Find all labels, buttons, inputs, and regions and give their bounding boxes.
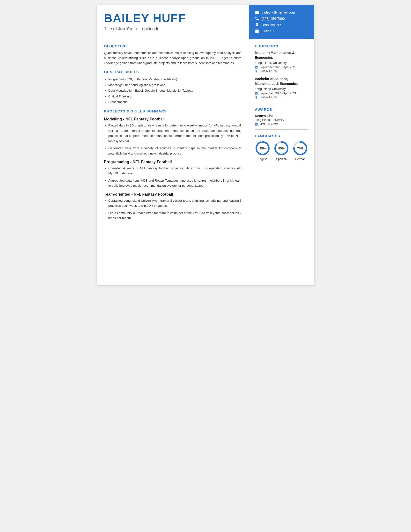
edu-dates-text: September 2021 - April 2023 xyxy=(259,66,296,69)
project-bullet: Plotted data in 2D graph to view results… xyxy=(108,123,242,144)
language-item: 95% English xyxy=(255,141,270,161)
edu-dates-text: September 2017 - April 2021 xyxy=(259,92,296,95)
candidate-name: BAILEY HUFF xyxy=(104,12,242,25)
objective-text: Quantitatively driven mathematics and ec… xyxy=(104,50,242,66)
language-name: Spanish xyxy=(276,157,287,161)
phone-value: (123) 456-7890 xyxy=(262,17,285,20)
location-icon xyxy=(255,70,258,73)
left-column: OBJECTIVE Quantitatively driven mathemat… xyxy=(97,44,249,281)
skill-item: Modeling: Linear and logistic regression… xyxy=(108,82,242,88)
projects-title: PROJECTS & SKILLS SUMMARY xyxy=(104,109,242,113)
project-bullet: Captained Long Island University's intra… xyxy=(108,198,242,209)
location-icon xyxy=(255,96,258,99)
skill-item: Critical Thinking xyxy=(108,94,242,99)
contact-panel: baileyhuff@email.com (123) 456-7890 Broo… xyxy=(249,5,314,39)
divider-2 xyxy=(255,129,308,130)
awards-container: Dean's List Long Island, University MONT… xyxy=(255,114,308,126)
language-item: 85% Spanish xyxy=(274,141,289,161)
project-title: Programming - NFL Fantasy Football xyxy=(104,160,242,164)
awards-title: AWARDS xyxy=(255,107,308,112)
contact-linkedin[interactable]: LinkedIn xyxy=(255,29,308,33)
language-percent: 75% xyxy=(297,147,303,150)
project-bullet: Generated data from a variety of sources… xyxy=(108,146,242,156)
resume-container: BAILEY HUFF Title of Job You're Looking … xyxy=(97,5,314,285)
location-value: Brooklyn, NY xyxy=(262,23,281,27)
calendar-icon xyxy=(255,92,258,95)
award-school: Long Island, University xyxy=(255,118,308,122)
skill-item: Data Visualization: Excel, Google Sheets… xyxy=(108,88,242,93)
right-column: EDUCATION Master in Mathematics & Econom… xyxy=(249,44,314,281)
language-percent: 85% xyxy=(278,147,285,150)
project-title: Team-oriented - NFL Fantasy Football xyxy=(104,192,242,197)
projects-container: Modelling - NFL Fantasy FootballPlotted … xyxy=(104,117,242,220)
languages-container: 95% English 85% Spanish 75% German xyxy=(255,141,308,161)
education-block: Bachelor of Science, Mathematics & Econo… xyxy=(255,77,308,99)
edu-degree: Bachelor of Science, Mathematics & Econo… xyxy=(255,77,308,86)
calendar-icon xyxy=(255,66,258,69)
linkedin-link[interactable]: LinkedIn xyxy=(262,29,274,33)
skill-item: Programming: SQL, Python (Pandas, scikit… xyxy=(108,76,242,82)
skill-item: Presentations xyxy=(108,99,242,105)
edu-school: Long Island, University xyxy=(255,61,308,65)
skills-title: GENERAL SKILLS xyxy=(104,70,242,74)
contact-location: Brooklyn, NY xyxy=(255,23,308,27)
project-bullets: Compiled 4 years of NFL fantasy football… xyxy=(104,166,242,188)
edu-dates: September 2017 - April 2021 xyxy=(255,92,308,95)
calendar-icon xyxy=(255,123,258,126)
contact-phone: (123) 456-7890 xyxy=(255,17,308,21)
email-value: baileyhuff@email.com xyxy=(262,10,295,14)
main-body: OBJECTIVE Quantitatively driven mathemat… xyxy=(97,39,314,285)
project-bullet: Compiled 4 years of NFL fantasy football… xyxy=(108,166,242,176)
divider-1 xyxy=(255,103,308,103)
award-block: Dean's List Long Island, University MONT… xyxy=(255,114,308,126)
objective-title: OBJECTIVE xyxy=(104,44,242,48)
language-circle: 85% xyxy=(274,141,289,156)
project-bullets: Captained Long Island University's intra… xyxy=(104,198,242,221)
project-bullets: Plotted data in 2D graph to view results… xyxy=(104,123,242,156)
project-bullet: Led a community outreach effort for team… xyxy=(108,210,242,221)
edu-degree: Master in Mathematics & Economics xyxy=(255,50,308,60)
project-title: Modelling - NFL Fantasy Football xyxy=(104,117,242,121)
header: BAILEY HUFF Title of Job You're Looking … xyxy=(97,5,314,39)
education-title: EDUCATION xyxy=(255,44,308,48)
contact-email: baileyhuff@email.com xyxy=(255,10,308,15)
language-circle: 75% xyxy=(292,141,308,156)
language-percent: 95% xyxy=(259,147,266,150)
award-title: Dean's List xyxy=(255,114,308,118)
header-left: BAILEY HUFF Title of Job You're Looking … xyxy=(97,5,249,39)
edu-location-text: Brookville, NY xyxy=(259,95,278,99)
languages-title: LANGUAGES xyxy=(255,134,308,138)
email-icon xyxy=(255,10,259,15)
skills-list: Programming: SQL, Python (Pandas, scikit… xyxy=(104,76,242,105)
award-date-text: MONTH 20XX xyxy=(259,123,278,126)
education-block: Master in Mathematics & Economics Long I… xyxy=(255,50,308,73)
edu-location: Brookville, NY xyxy=(255,95,308,99)
edu-location-text: Brookville, NY xyxy=(259,69,278,73)
location-icon xyxy=(255,23,259,27)
linkedin-icon xyxy=(255,29,259,33)
project-bullet: Aggregated data from IMDB and Rotten Tom… xyxy=(108,178,242,188)
education-container: Master in Mathematics & Economics Long I… xyxy=(255,50,308,99)
language-name: German xyxy=(295,157,305,161)
language-item: 75% German xyxy=(292,141,308,161)
language-name: English xyxy=(258,157,267,161)
edu-dates: September 2021 - April 2023 xyxy=(255,66,308,69)
phone-icon xyxy=(255,17,259,21)
award-date: MONTH 20XX xyxy=(255,123,308,126)
edu-school: Long Island University xyxy=(255,87,308,91)
job-title: Title of Job You're Looking for xyxy=(104,26,242,31)
edu-location: Brookville, NY xyxy=(255,69,308,73)
language-circle: 95% xyxy=(255,141,270,156)
